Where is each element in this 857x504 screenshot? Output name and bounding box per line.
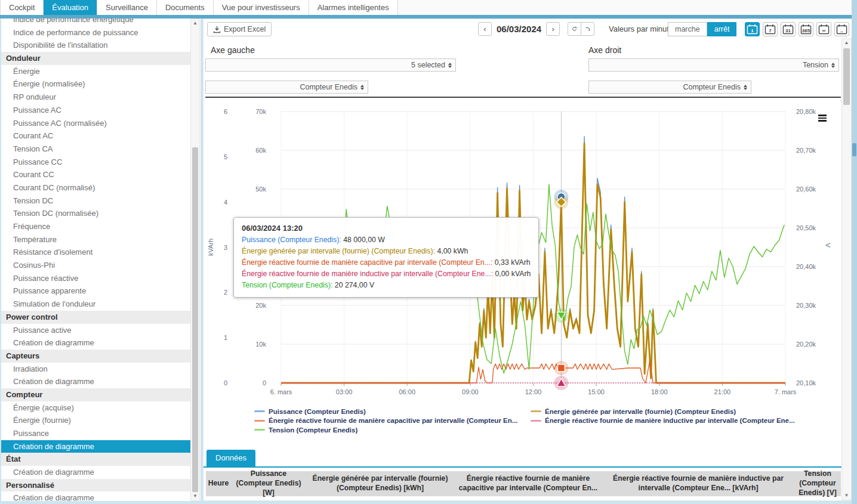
page-scroll-thumb[interactable] [852,143,856,156]
right-axis-title: Axe droit [588,45,621,55]
sidebar-item[interactable]: Puissance réactive [1,272,190,285]
sidebar-item[interactable]: Création de diagramme [1,466,190,479]
sidebar-item[interactable]: Création de diagramme [1,491,190,501]
table-column-header: Heure [206,471,231,496]
tab-vue-pour-investisseurs[interactable]: Vue pour investisseurs [214,0,309,15]
table-column-header: Tension (Compteur Enedis) [V] [794,471,841,496]
scroll-down-icon[interactable]: ▼ [191,492,199,500]
prev-day-button[interactable]: ‹ [478,22,492,36]
sidebar-item[interactable]: Température [1,233,190,246]
range-button-31[interactable]: 31 [781,22,796,36]
right-axis-series-value: Tension [803,61,828,69]
left-axis-series-select[interactable]: 5 selected [205,58,456,72]
sidebar-item[interactable]: Création de diagramme [1,440,190,453]
sidebar-item[interactable]: Tension CA [1,143,190,156]
right-axis-series-select[interactable]: Tension [588,58,839,72]
toggle-marche[interactable]: marche [668,22,707,36]
sidebar-item[interactable]: Puissance CC [1,156,190,169]
svg-text:1: 1 [751,28,754,33]
sidebar-item[interactable]: Tension DC (normalisée) [1,207,190,220]
right-axis-device-select[interactable]: Compteur Enedis [588,81,751,94]
sidebar-item[interactable]: Irradiation [1,363,190,376]
sidebar-item[interactable]: Puissance AC [1,104,190,117]
range-button-∞[interactable]: ∞ [816,22,831,36]
scroll-up-icon[interactable]: ▲ [191,19,199,27]
toggle-arrêt[interactable]: arrêt [707,22,737,36]
table-column-header: Énergie réactive fournie de manière capa… [454,471,602,496]
sidebar-section-header: Compteur [1,388,190,401]
sidebar-item[interactable]: Puissance active [1,324,190,337]
scroll-up-icon[interactable]: ▲ [842,39,851,47]
range-button-1[interactable]: 1 [745,22,760,36]
table-column-header: Énergie réactive fournie de manière indu… [602,471,794,496]
svg-text:365: 365 [802,28,810,33]
legend-item[interactable]: Énergie réactive fournie de manière indu… [531,416,795,426]
refresh-button[interactable] [568,22,581,36]
sidebar-item[interactable]: Énergie [1,65,190,78]
range-button-7[interactable]: 7 [763,22,778,36]
legend-item[interactable]: Énergie générée par intervalle (fournie)… [531,407,795,416]
v-tick-label: 20,30k [796,302,816,309]
kvarh-tick-label: 5 [224,153,227,160]
updown-icon [448,63,452,68]
sidebar-item[interactable]: Énergie (normalisée) [1,78,190,91]
sidebar-scroll-thumb[interactable] [192,147,198,492]
x-tick-label: 18:00 [651,388,668,395]
collapse-panel-icon[interactable]: < [825,240,831,250]
tooltip-row: Puissance (Compteur Enedis): 48 000,00 W [242,234,531,246]
tab-documents[interactable]: Documents [157,0,214,15]
sidebar-item[interactable]: Énergie (acquise) [1,401,190,415]
next-day-button[interactable]: › [546,22,560,36]
sidebar-item[interactable]: Fréquence [1,220,190,233]
sidebar-item[interactable]: Tension DC [1,194,190,208]
main-scrollbar[interactable]: ▲ ▼ [841,38,852,500]
sidebar-item[interactable]: Courant CC [1,168,190,181]
legend-item[interactable]: Puissance (Compteur Enedis) [254,407,517,416]
sidebar-item[interactable]: Création de diagramme [1,336,190,350]
v-tick-label: 20,20k [796,341,816,348]
curved-arrow-icon [585,25,590,33]
range-button-365[interactable]: 365 [799,22,813,36]
sidebar-item[interactable]: Courant DC (normalisé) [1,181,190,194]
export-excel-button[interactable]: Export Excel [207,22,272,36]
kvarh-tick-label: 2 [224,289,227,296]
sidebar-item[interactable]: Puissance [1,427,190,440]
sidebar-item[interactable]: Cosinus-Phi [1,259,190,272]
page-scrollbar[interactable] [852,0,857,504]
sidebar-item[interactable]: Énergie (fournie) [1,414,190,427]
jump-to-button[interactable] [581,22,594,36]
sidebar-item[interactable]: Résistance d'isolement [1,246,190,259]
tab--valuation[interactable]: Évaluation [44,0,97,15]
sidebar-item[interactable]: Disponibilité de l'installation [1,39,190,52]
data-table-header: HeurePuissance (Compteur Enedis) [W]Éner… [206,471,841,496]
sidebar-item[interactable]: Puissance AC (normalisée) [1,117,190,130]
sidebar-item[interactable]: Courant AC [1,129,190,143]
legend-item[interactable]: Tension (Compteur Enedis) [254,425,517,435]
sidebar-item[interactable]: Création de diagramme [1,375,190,388]
sidebar: Indice de performance énergétiqueIndice … [1,18,201,501]
sidebar-section-header: Personnalisé [1,479,190,492]
sidebar-item[interactable]: Indice de performance de puissance [1,26,190,39]
legend-item[interactable]: Énergie réactive fournie de manière capa… [254,416,517,426]
tab-alarmes-intelligentes[interactable]: Alarmes intelligentes [309,0,398,15]
scroll-down-icon[interactable]: ▼ [842,491,851,500]
range-button-..[interactable]: .. [834,22,849,36]
w-tick-label: 0 [263,379,266,386]
chart-menu-icon[interactable] [818,115,827,123]
main-scroll-thumb[interactable] [843,48,850,105]
sidebar-item[interactable]: Simulation de l'onduleur [1,298,190,311]
sidebar-item[interactable]: Puissance apparente [1,285,190,298]
left-axis-device-select[interactable]: Compteur Enedis [205,81,368,94]
sidebar-section-header: Power control [1,311,190,324]
x-tick-label: 7. mars [775,388,797,395]
tab-surveillance[interactable]: Surveillance [97,0,157,15]
sidebar-item[interactable]: Indice de performance énergétique [1,18,190,26]
sidebar-scrollbar[interactable]: ▲ ▼ [190,18,200,501]
tab-cockpit[interactable]: Cockpit [0,0,44,15]
kvarh-tick-label: 3 [224,244,227,251]
sidebar-item[interactable]: RP onduleur [1,91,190,104]
left-axis-device-value: Compteur Enedis [300,83,357,91]
w-tick-label: 60k [255,147,266,154]
tooltip-row: Énergie réactive fournie de manière capa… [242,257,531,268]
tab-donnees[interactable]: Données [206,450,255,466]
